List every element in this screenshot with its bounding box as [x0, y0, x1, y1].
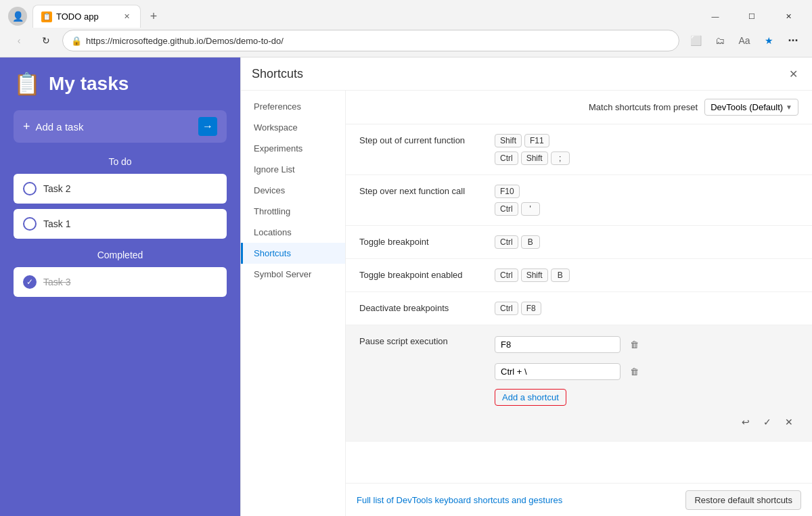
full-shortcuts-link[interactable]: Full list of DevTools keyboard shortcuts…	[357, 495, 562, 505]
collections-icon[interactable]: 🗂	[709, 30, 731, 51]
new-tab-button[interactable]: +	[143, 6, 164, 26]
table-row: Pause script execution 🗑 🗑 A	[346, 325, 812, 442]
table-row: Step out of current function Shift F11 C…	[346, 124, 812, 175]
table-row: Deactivate breakpoints Ctrl F8	[346, 292, 812, 325]
key-f10: F10	[495, 185, 520, 198]
edit-actions: ↩ ✓ ✕	[495, 413, 798, 431]
preset-value: DevTools (Default)	[710, 102, 783, 112]
shortcut-keys: Ctrl Shift B	[495, 268, 798, 282]
title-bar: 👤 📋 TODO app ✕ + — ☐ ✕	[0, 0, 812, 27]
devtools-panel-title: Shortcuts	[252, 67, 303, 81]
key-combo: Ctrl F8	[495, 302, 798, 315]
more-button[interactable]: ···	[782, 30, 804, 51]
sidebar-item-preferences[interactable]: Preferences	[241, 96, 345, 117]
confirm-edit-button[interactable]: ✓	[758, 413, 777, 431]
sidebar-item-ignore-list[interactable]: Ignore List	[241, 159, 345, 180]
refresh-button[interactable]: ↻	[35, 30, 57, 51]
devtools-header: Shortcuts ✕	[241, 57, 812, 91]
browser-chrome: 👤 📋 TODO app ✕ + — ☐ ✕ ‹ ↻ 🔒 https://mic…	[0, 0, 812, 57]
completed-section: Completed ✓ Task 3	[14, 250, 227, 297]
key-ctrl: Ctrl	[495, 235, 518, 249]
shortcut-name: Step over next function call	[359, 185, 481, 196]
shortcut-edit-input-1[interactable]	[495, 336, 621, 353]
task-text: Task 1	[43, 218, 70, 229]
minimize-button[interactable]: —	[700, 6, 731, 26]
devtools-footer: Full list of DevTools keyboard shortcuts…	[346, 483, 812, 516]
favorites-icon[interactable]: ★	[758, 30, 780, 51]
back-button[interactable]: ‹	[8, 30, 30, 51]
key-combo: Shift F11	[495, 134, 798, 147]
shortcut-keys: Ctrl B	[495, 235, 798, 249]
sidebar-item-symbol-server[interactable]: Symbol Server	[241, 264, 345, 285]
devtools-panel: Shortcuts ✕ Preferences Workspace Experi…	[240, 57, 812, 516]
key-b: B	[551, 268, 570, 282]
window-controls: — ☐ ✕	[700, 6, 804, 26]
task-checkbox-done[interactable]: ✓	[23, 275, 37, 289]
tab-close-button[interactable]: ✕	[121, 11, 132, 22]
url-text: https://microsoftedge.github.io/Demos/de…	[86, 36, 671, 46]
delete-shortcut-button-2[interactable]: 🗑	[625, 362, 644, 381]
shortcut-name: Toggle breakpoint	[359, 235, 481, 247]
sidebar-item-experiments[interactable]: Experiments	[241, 138, 345, 159]
preset-dropdown-arrow: ▼	[786, 103, 792, 111]
settings-sidebar: Preferences Workspace Experiments Ignore…	[241, 91, 346, 516]
shortcut-name: Pause script execution	[359, 335, 481, 346]
task-checkbox[interactable]	[23, 217, 37, 231]
shortcuts-preset-row: Match shortcuts from preset DevTools (De…	[346, 91, 812, 124]
add-shortcut-link[interactable]: Add a shortcut	[495, 389, 566, 406]
read-aloud-icon[interactable]: Aa	[734, 30, 755, 51]
key-shift: Shift	[521, 268, 548, 282]
key-combo: Ctrl B	[495, 235, 798, 249]
sidebar-item-throttling[interactable]: Throttling	[241, 201, 345, 222]
table-row: Toggle breakpoint Ctrl B	[346, 226, 812, 259]
key-combo: Ctrl Shift ;	[495, 151, 798, 165]
list-item[interactable]: ✓ Task 3	[14, 267, 227, 297]
shortcut-name: Deactivate breakpoints	[359, 302, 481, 313]
shortcut-edit-input-2[interactable]	[495, 363, 621, 380]
user-avatar[interactable]: 👤	[8, 7, 27, 26]
shortcut-keys: Shift F11 Ctrl Shift ;	[495, 134, 798, 165]
todo-sidebar: 📋 My tasks + Add a task → To do Task 2 T…	[0, 57, 240, 516]
shortcut-keys: 🗑 🗑 Add a shortcut ↩ ✓	[495, 335, 798, 431]
todo-icon: 📋	[14, 71, 41, 97]
task-checkbox[interactable]	[23, 182, 37, 195]
key-ctrl: Ctrl	[495, 202, 518, 216]
add-task-bar[interactable]: + Add a task →	[14, 110, 227, 143]
add-task-arrow-button[interactable]: →	[198, 117, 217, 136]
url-bar[interactable]: 🔒 https://microsoftedge.github.io/Demos/…	[62, 30, 679, 51]
split-screen-icon[interactable]: ⬜	[685, 30, 706, 51]
key-ctrl: Ctrl	[495, 151, 518, 165]
undo-edit-button[interactable]: ↩	[736, 413, 755, 431]
address-actions: ⬜ 🗂 Aa ★ ···	[685, 30, 804, 51]
table-row: Toggle breakpoint enabled Ctrl Shift B	[346, 259, 812, 292]
sidebar-item-workspace[interactable]: Workspace	[241, 117, 345, 138]
list-item[interactable]: Task 1	[14, 209, 227, 239]
task-text-done: Task 3	[43, 277, 70, 287]
shortcut-name: Toggle breakpoint enabled	[359, 268, 481, 280]
key-combo: Ctrl Shift B	[495, 268, 798, 282]
shortcut-keys: F10 Ctrl '	[495, 185, 798, 216]
tab-title: TODO app	[56, 11, 117, 22]
key-combo: F10	[495, 185, 798, 198]
key-shift: Shift	[495, 134, 522, 147]
preset-select[interactable]: DevTools (Default) ▼	[704, 99, 798, 116]
devtools-close-button[interactable]: ✕	[785, 66, 801, 82]
restore-defaults-button[interactable]: Restore default shortcuts	[685, 490, 801, 510]
tab-favicon: 📋	[41, 11, 52, 22]
list-item[interactable]: Task 2	[14, 174, 227, 204]
sidebar-item-devices[interactable]: Devices	[241, 180, 345, 201]
shortcuts-content: Match shortcuts from preset DevTools (De…	[346, 91, 812, 516]
sidebar-item-locations[interactable]: Locations	[241, 222, 345, 243]
shortcut-name: Step out of current function	[359, 134, 481, 145]
close-button[interactable]: ✕	[773, 6, 804, 26]
sidebar-item-shortcuts[interactable]: Shortcuts	[241, 243, 345, 264]
devtools-body: Preferences Workspace Experiments Ignore…	[241, 91, 812, 516]
cancel-edit-button[interactable]: ✕	[780, 413, 798, 431]
key-b: B	[521, 235, 540, 249]
key-semicolon: ;	[551, 151, 570, 165]
delete-shortcut-button[interactable]: 🗑	[625, 335, 644, 354]
active-tab[interactable]: 📋 TODO app ✕	[32, 5, 141, 28]
add-task-text: Add a task	[36, 121, 198, 133]
maximize-button[interactable]: ☐	[736, 6, 767, 26]
key-f11: F11	[524, 134, 549, 147]
